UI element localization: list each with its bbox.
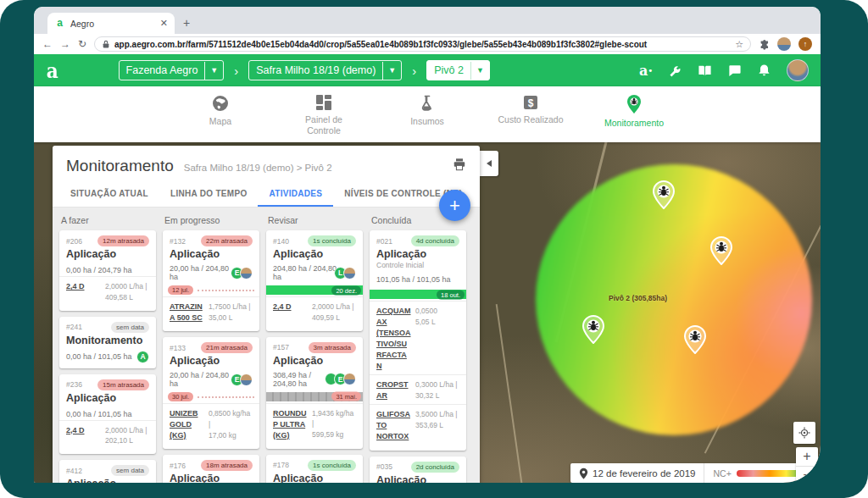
task-card[interactable]: #17618m atrasadaAplicação150,00 ha / 204… — [163, 455, 259, 483]
board-column: Revisar#1401s concluídaAplicação204,80 h… — [266, 213, 363, 479]
aegro-logo[interactable]: a — [47, 58, 58, 83]
locate-button[interactable] — [793, 422, 815, 444]
input-item[interactable]: ACQUAMAX (TENSOATIVO/SURFACTAN0,05005,05… — [370, 301, 466, 374]
header-actions: a· — [639, 59, 809, 81]
input-item[interactable]: ATRAZINA 500 SC1,7500 L/ha |35,00 L — [163, 296, 259, 326]
nav-item-mapa[interactable]: Mapa — [184, 94, 257, 127]
chevron-down-icon[interactable]: ▼ — [204, 62, 223, 80]
tab-situacao-atual[interactable]: SITUAÇÃO ATUAL — [59, 181, 159, 207]
assignee-avatar[interactable] — [240, 267, 253, 279]
pin-bug-icon — [626, 94, 643, 114]
input-item[interactable]: 2,4 D2,0000 L/ha |202,10 L — [59, 420, 156, 450]
assignee-avatar[interactable] — [240, 374, 253, 386]
task-card[interactable]: #1401s concluídaAplicação204,80 ha / 204… — [266, 230, 363, 331]
area-row: 0,00 ha / 101,05 ha — [66, 408, 149, 420]
status-badge: 22m atrasada — [201, 235, 253, 246]
task-card[interactable]: #1781s concluídaAplicação204,79 ha / 204… — [266, 455, 363, 483]
nav-item-insumos[interactable]: Insumos — [391, 94, 464, 127]
assignee-avatar[interactable] — [343, 373, 356, 385]
nav-item-monitoramento[interactable]: Monitoramento — [598, 94, 670, 129]
add-activity-fab[interactable]: + — [439, 190, 470, 221]
back-icon[interactable]: ← — [42, 38, 53, 50]
scout-pin[interactable] — [710, 236, 732, 265]
input-item[interactable]: UNIZEB GOLD (KG)0,8500 kg/ha |17,00 kg — [163, 403, 259, 444]
browser-update-icon[interactable]: ↑ — [798, 37, 812, 51]
print-icon[interactable] — [453, 158, 466, 171]
due-date-chip: 18 out. — [437, 290, 465, 299]
bell-icon[interactable] — [757, 64, 771, 78]
nav-item-painel-de-controle[interactable]: Painel de Controle — [287, 94, 360, 136]
zoom-out-button[interactable]: − — [796, 467, 818, 484]
new-tab-button[interactable]: + — [183, 16, 190, 30]
nav-item-custo-realizado[interactable]: $ Custo Realizado — [494, 94, 567, 125]
collapse-arrow-icon — [487, 160, 492, 167]
task-card[interactable]: #13222m atrasadaAplicação20,00 ha / 204,… — [163, 230, 259, 331]
task-area: 308,49 ha / 204,80 ha — [273, 371, 328, 388]
browser-tab[interactable]: a Aegro ✕ — [47, 13, 175, 34]
tab-linha-do-tempo[interactable]: LINHA DO TEMPO — [159, 181, 259, 207]
extensions-icon[interactable] — [759, 39, 770, 50]
breadcrumb-glebe[interactable]: Pivô 2 ▼ — [426, 60, 490, 80]
input-values: 2,0000 L/ha |202,10 L — [105, 425, 149, 447]
input-item[interactable]: 2,4 D2,0000 L/ha |409,59 L — [266, 296, 363, 326]
chat-icon[interactable] — [727, 64, 742, 78]
task-id: #035 — [376, 462, 392, 471]
task-card[interactable]: #20612m atrasadaAplicação0,00 ha / 204,7… — [59, 230, 156, 311]
scout-pin[interactable] — [582, 315, 604, 344]
task-card[interactable]: #0352d concluídaAplicaçãoControle lagart… — [370, 456, 466, 483]
bookmark-star-icon[interactable]: ☆ — [735, 39, 743, 50]
input-values: 2,0000 L/ha |409,58 L — [105, 281, 149, 303]
column-header: A fazer — [59, 213, 156, 230]
task-title: Aplicação — [376, 248, 459, 260]
aegro-assistant-icon[interactable]: a· — [639, 63, 653, 79]
forward-icon[interactable]: → — [60, 38, 70, 50]
reload-icon[interactable]: ↻ — [78, 38, 86, 50]
lock-icon — [102, 39, 110, 49]
scout-pin[interactable] — [653, 180, 675, 209]
input-item[interactable]: GLIFOSATO NORTOX3,5000 L/ha |353,69 L — [370, 404, 466, 445]
board-column: A fazer#20612m atrasadaAplicação0,00 ha … — [59, 213, 156, 479]
task-card[interactable]: #0214d concluídaAplicaçãoControle Inicia… — [370, 230, 466, 451]
card-header-row: #20612m atrasada — [66, 235, 149, 246]
browser-profile-avatar[interactable] — [777, 37, 791, 51]
book-icon[interactable] — [698, 64, 712, 78]
assignee-avatar[interactable] — [343, 267, 356, 279]
task-card[interactable]: #23615m atrasadaAplicação0,00 ha / 101,0… — [59, 374, 156, 455]
chevron-down-icon[interactable]: ▼ — [470, 62, 489, 80]
address-bar[interactable]: app.aegro.com.br/farm/5711512de4b0e15eb0… — [94, 36, 751, 52]
tab-atividades[interactable]: ATIVIDADES — [258, 181, 333, 207]
task-id: #021 — [376, 237, 392, 246]
task-card[interactable]: #412sem dataAplicação0,00 ha / 101,05 ha — [59, 460, 156, 483]
input-name: 2,4 D — [273, 302, 312, 324]
crosshair-icon — [798, 427, 810, 439]
task-title: Aplicação — [66, 392, 149, 404]
input-item[interactable]: ROUNDUP ULTRA (KG)1,9436 kg/ha |599,59 k… — [266, 403, 363, 444]
task-area: 0,00 ha / 101,05 ha — [66, 352, 132, 361]
tab-close-icon[interactable]: ✕ — [160, 18, 168, 29]
dollar-icon: $ — [522, 94, 539, 111]
task-card[interactable]: #1573m atrasadaAplicação308,49 ha / 204,… — [266, 337, 363, 449]
task-card[interactable]: #13321m atrasadaAplicação20,00 ha / 204,… — [163, 337, 259, 449]
breadcrumb-crop[interactable]: Safra Milho 18/19 (demo) ▼ — [248, 60, 402, 80]
breadcrumb-farm[interactable]: Fazenda Aegro ▼ — [119, 60, 225, 80]
location-pin-icon — [579, 468, 588, 479]
chevron-down-icon[interactable]: ▼ — [382, 62, 401, 80]
scout-pin[interactable] — [684, 325, 706, 354]
due-date-row: 30 jul. — [163, 392, 259, 401]
input-total: 202,10 L — [105, 435, 149, 446]
map-date-control[interactable]: 12 de fevereiro de 2019 — [570, 463, 704, 483]
assignee-initial[interactable]: A — [136, 351, 149, 363]
area-row: 0,00 ha / 101,05 haA — [66, 351, 149, 363]
input-item[interactable]: 2,4 D2,0000 L/ha |409,58 L — [59, 276, 156, 306]
wrench-icon[interactable] — [668, 64, 682, 78]
zoom-in-button[interactable]: + — [796, 447, 818, 467]
input-item[interactable]: CROPSTAR0,3000 L/ha |30,32 L — [370, 374, 466, 404]
panel-breadcrumb: Safra Milho 18/19 (demo) > Pivô 2 — [184, 163, 442, 173]
task-id: #157 — [273, 343, 289, 351]
task-title: Aplicação — [273, 248, 356, 260]
card-header-row: #1573m atrasada — [273, 342, 356, 353]
user-avatar[interactable] — [787, 59, 809, 81]
tab-title: Aegro — [70, 19, 155, 29]
task-card[interactable]: #241sem dataMonitoramento0,00 ha / 101,0… — [59, 317, 156, 368]
panel-collapse-button[interactable] — [480, 151, 498, 176]
